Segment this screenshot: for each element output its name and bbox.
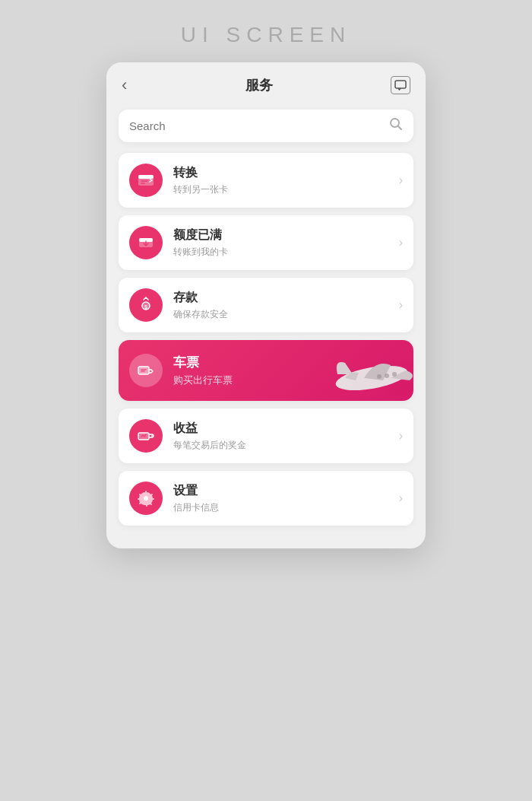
search-input[interactable]: [129, 119, 389, 132]
page-wrapper: UI SCREEN ‹ 服务: [0, 0, 532, 801]
deposit-title: 存款: [173, 290, 399, 306]
earnings-chevron: ›: [399, 429, 403, 443]
quota-title: 额度已满: [173, 227, 399, 243]
ticket-icon-circle: [129, 354, 163, 387]
quota-icon-circle: [129, 226, 163, 259]
svg-rect-10: [138, 367, 149, 374]
settings-icon-circle: [129, 482, 163, 515]
transfer-chevron: ›: [399, 173, 403, 187]
list-item-quota[interactable]: 额度已满 转账到我的卡 ›: [119, 215, 413, 270]
list-item-ticket[interactable]: 车票 购买出行车票: [119, 340, 413, 401]
earnings-text: 收益 每笔交易后的奖金: [173, 421, 399, 452]
phone-card: ‹ 服务: [106, 62, 426, 548]
header: ‹ 服务: [106, 62, 426, 103]
transfer-title: 转换: [173, 165, 399, 181]
svg-point-17: [377, 374, 382, 379]
list-item-settings[interactable]: 设置 信用卡信息 ›: [119, 471, 413, 526]
list-item-deposit[interactable]: $ 存款 确保存款安全 ›: [119, 278, 413, 332]
list-container: 转换 转到另一张卡 › 额度已满 转账到我的卡 ›: [106, 153, 426, 533]
earnings-subtitle: 每笔交易后的奖金: [173, 439, 399, 452]
svg-point-15: [392, 372, 397, 377]
airplane-illustration: [322, 340, 413, 401]
svg-rect-4: [138, 175, 154, 179]
earnings-title: 收益: [173, 421, 399, 437]
message-icon[interactable]: [391, 76, 410, 94]
transfer-icon-circle: [129, 164, 163, 197]
quota-subtitle: 转账到我的卡: [173, 246, 399, 259]
quota-text: 额度已满 转账到我的卡: [173, 227, 399, 259]
search-icon: [389, 117, 403, 135]
settings-subtitle: 信用卡信息: [173, 501, 399, 514]
ui-screen-label: UI SCREEN: [181, 23, 351, 47]
svg-rect-0: [395, 81, 406, 88]
quota-chevron: ›: [399, 236, 403, 250]
list-item-transfer[interactable]: 转换 转到另一张卡 ›: [119, 153, 413, 208]
settings-chevron: ›: [399, 491, 403, 505]
deposit-icon-circle: $: [129, 288, 163, 322]
transfer-subtitle: 转到另一张卡: [173, 183, 399, 196]
settings-title: 设置: [173, 483, 399, 499]
deposit-text: 存款 确保存款安全: [173, 290, 399, 321]
svg-line-2: [398, 126, 402, 130]
settings-text: 设置 信用卡信息: [173, 483, 399, 514]
transfer-text: 转换 转到另一张卡: [173, 165, 399, 196]
earnings-icon-circle: [129, 419, 163, 453]
svg-point-16: [385, 373, 389, 378]
back-button[interactable]: ‹: [122, 77, 127, 94]
search-bar[interactable]: [119, 110, 413, 142]
deposit-subtitle: 确保存款安全: [173, 308, 399, 321]
svg-text:$: $: [144, 304, 147, 310]
page-title: 服务: [245, 76, 273, 94]
deposit-chevron: ›: [399, 298, 403, 312]
list-item-earnings[interactable]: 收益 每笔交易后的奖金 ›: [119, 408, 413, 463]
